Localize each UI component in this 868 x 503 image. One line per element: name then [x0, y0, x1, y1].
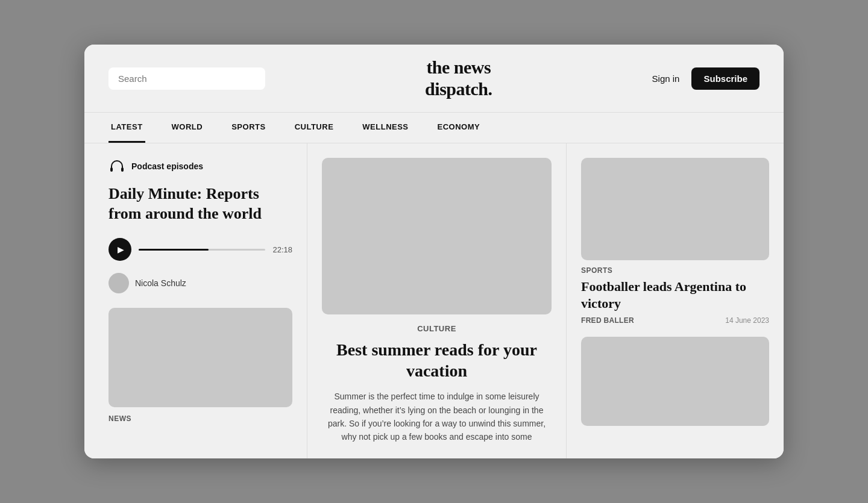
author-row: Nicola Schulz — [108, 273, 292, 293]
avatar — [108, 273, 129, 293]
nav-sports[interactable]: SPORTS — [229, 113, 268, 143]
svg-rect-0 — [110, 167, 113, 172]
center-column: CULTURE Best summer reads for your vacat… — [307, 143, 567, 458]
sign-in-button[interactable]: Sign in — [652, 73, 680, 84]
sports-label: SPORTS — [581, 266, 769, 275]
author-name: Nicola Schulz — [135, 278, 186, 288]
logo: the news dispatch. — [425, 57, 492, 100]
thumbnail-right-1 — [581, 158, 769, 260]
header: the news dispatch. Sign in Subscribe — [84, 45, 784, 113]
thumbnail-small — [108, 308, 292, 407]
progress-fill — [139, 249, 209, 251]
play-icon: ▶ — [118, 245, 124, 255]
podcast-title: Daily Minute: Reports from around the wo… — [108, 184, 292, 223]
nav-culture[interactable]: CULTURE — [292, 113, 336, 143]
meta-row: FRED BALLER 14 June 2023 — [581, 316, 769, 325]
nav-world[interactable]: WORLD — [169, 113, 206, 143]
search-input[interactable] — [108, 67, 265, 90]
left-column: Podcast episodes Daily Minute: Reports f… — [84, 143, 307, 458]
nav-wellness[interactable]: WELLNESS — [360, 113, 410, 143]
content-grid: Podcast episodes Daily Minute: Reports f… — [84, 143, 784, 458]
progress-track — [139, 249, 265, 251]
nav-economy[interactable]: ECONOMY — [435, 113, 483, 143]
headphone-icon — [108, 158, 125, 175]
news-label: NEWS — [108, 414, 292, 423]
thumbnail-right-2 — [581, 337, 769, 426]
podcast-header: Podcast episodes — [108, 158, 292, 175]
thumbnail-main — [322, 158, 552, 314]
progress-bar[interactable] — [139, 249, 265, 251]
right-article-title: Footballer leads Argentina to victory — [581, 278, 769, 311]
right-column: SPORTS Footballer leads Argentina to vic… — [567, 143, 784, 458]
right-author: FRED BALLER — [581, 316, 634, 325]
nav-latest[interactable]: LATEST — [108, 113, 145, 143]
center-category: CULTURE — [417, 324, 456, 333]
header-right: Sign in Subscribe — [652, 67, 760, 90]
svg-rect-1 — [121, 167, 124, 172]
navigation: LATEST WORLD SPORTS CULTURE WELLNESS ECO… — [84, 113, 784, 143]
center-article-excerpt: Summer is the perfect time to indulge in… — [322, 390, 552, 444]
play-button[interactable]: ▶ — [108, 238, 131, 261]
sports-article: SPORTS Footballer leads Argentina to vic… — [581, 158, 769, 325]
subscribe-button[interactable]: Subscribe — [691, 67, 760, 90]
audio-player: ▶ 22:18 — [108, 238, 292, 261]
right-date: 14 June 2023 — [725, 316, 769, 325]
podcast-label: Podcast episodes — [131, 161, 203, 171]
time-label: 22:18 — [272, 245, 292, 254]
center-article-title: Best summer reads for your vacation — [322, 339, 552, 381]
